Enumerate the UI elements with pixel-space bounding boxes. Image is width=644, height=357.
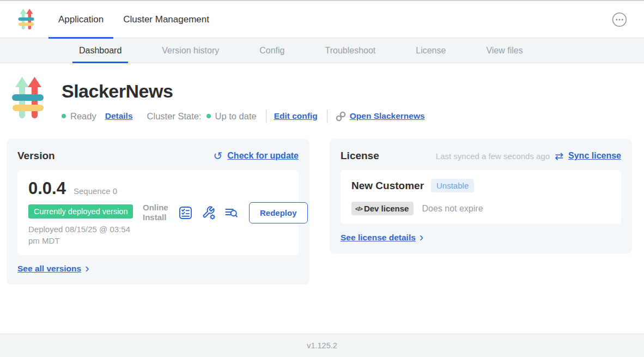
app-status-text: Ready <box>70 111 96 122</box>
last-synced-text: Last synced a few seconds ago <box>436 152 550 161</box>
cluster-state-value: Up to date <box>215 111 257 122</box>
check-for-update-link[interactable]: Check for update <box>227 151 299 161</box>
deployed-status-badge: Currently deployed version <box>28 204 133 219</box>
refresh-icon[interactable]: ↺ <box>214 150 223 161</box>
version-number: 0.0.4 <box>28 179 66 198</box>
cluster-state-dot <box>206 114 211 118</box>
page-title: SlackerNews <box>62 81 425 102</box>
tab-troubleshoot[interactable]: Troubleshoot <box>318 38 382 63</box>
tab-dashboard[interactable]: Dashboard <box>72 38 128 63</box>
app-status-dot <box>62 114 66 118</box>
deployed-timestamp: Deployed 08/15/25 @ 03:54 pm MDT <box>28 223 143 246</box>
current-version-panel: 0.0.4 Sequence 0 Currently deployed vers… <box>17 170 299 255</box>
divider <box>327 110 327 123</box>
tab-version-history[interactable]: Version history <box>155 38 226 63</box>
tab-view-files[interactable]: View files <box>479 38 529 63</box>
sync-icon[interactable]: ⇄ <box>555 151 563 161</box>
customer-name: New Customer <box>351 180 424 192</box>
overflow-menu-button[interactable] <box>611 11 628 28</box>
sync-license-link[interactable]: Sync license <box>568 151 621 161</box>
app-status-row: Ready Details Cluster State: Up to date … <box>62 110 425 123</box>
channel-badge: Unstable <box>431 179 474 192</box>
see-all-versions-link[interactable]: See all versions <box>17 264 81 274</box>
edit-config-link[interactable]: Edit config <box>274 111 318 121</box>
install-type-label: Online Install <box>143 203 170 222</box>
cluster-state-label: Cluster State: <box>147 111 202 122</box>
ellipsis-icon <box>611 11 628 28</box>
preflight-checks-icon[interactable] <box>178 205 193 220</box>
chevron-right-icon: › <box>420 233 423 243</box>
see-license-details-link[interactable]: See license details <box>341 233 416 243</box>
dashboard-main: SlackerNews Ready Details Cluster State:… <box>0 63 644 334</box>
app-subnav: Dashboard Version history Config Trouble… <box>0 38 644 63</box>
redeploy-button[interactable]: Redeploy <box>249 202 308 223</box>
version-card-title: Version <box>17 150 55 162</box>
details-link[interactable]: Details <box>105 111 133 121</box>
tab-config[interactable]: Config <box>253 38 291 63</box>
tab-cluster-management[interactable]: Cluster Management <box>113 1 219 38</box>
app-logo-icon <box>18 8 34 31</box>
code-icon: </> <box>355 205 362 212</box>
link-chain-icon <box>335 111 347 122</box>
view-logs-icon[interactable] <box>224 205 239 220</box>
divider <box>266 110 266 123</box>
license-card-title: License <box>341 150 379 162</box>
open-app-link[interactable]: Open Slackernews <box>350 111 425 121</box>
version-card: Version ↺ Check for update 0.0.4 Sequenc… <box>7 139 309 285</box>
app-header: SlackerNews Ready Details Cluster State:… <box>0 63 644 123</box>
edit-config-icon[interactable] <box>201 205 216 220</box>
top-navbar: Application Cluster Management <box>0 1 644 38</box>
app-logo-large <box>12 75 44 121</box>
expiration-text: Does not expire <box>422 204 483 214</box>
chevron-right-icon: › <box>85 264 89 274</box>
dashboard-cards: Version ↺ Check for update 0.0.4 Sequenc… <box>0 123 644 285</box>
license-details-panel: New Customer Unstable </> Dev license Do… <box>341 170 621 224</box>
footer: v1.125.2 <box>0 334 644 357</box>
license-type-badge: </> Dev license <box>351 202 414 215</box>
license-card: License Last synced a few seconds ago ⇄ … <box>330 139 632 253</box>
license-type-label: Dev license <box>364 204 409 213</box>
tab-license[interactable]: License <box>409 38 452 63</box>
sequence-label: Sequence 0 <box>74 186 117 196</box>
console-version: v1.125.2 <box>307 341 337 350</box>
tab-application[interactable]: Application <box>48 1 113 38</box>
